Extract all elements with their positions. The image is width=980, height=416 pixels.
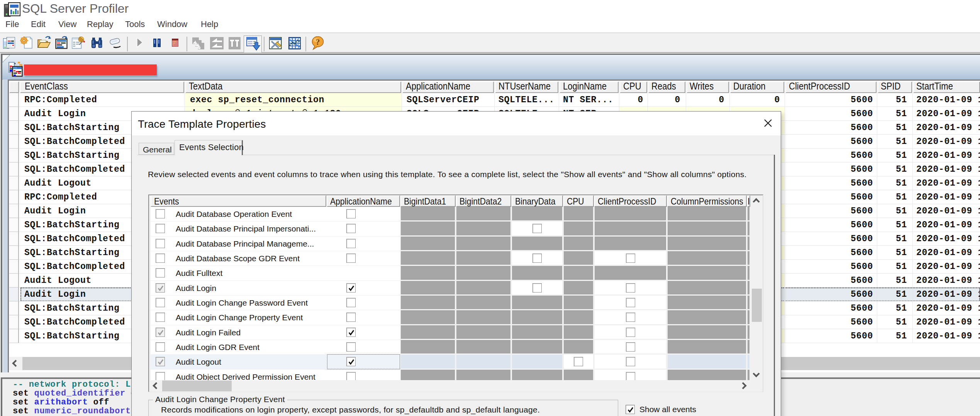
svg-text:?: ? bbox=[316, 37, 320, 47]
